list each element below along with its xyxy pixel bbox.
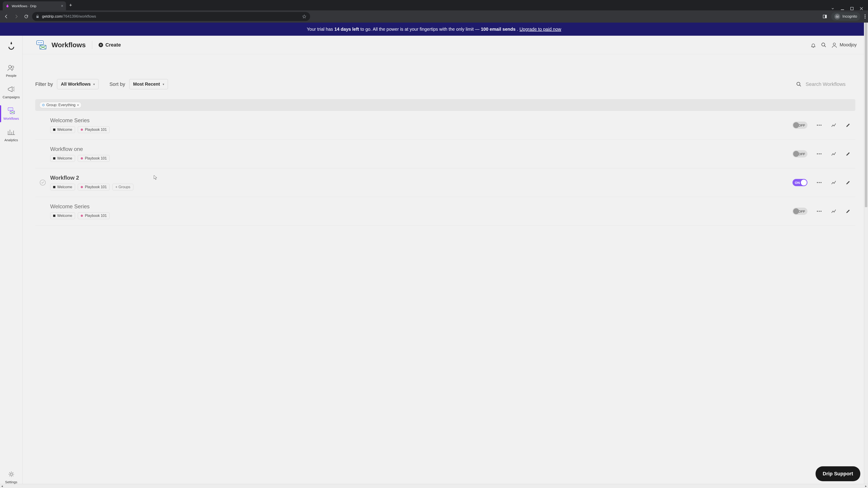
workflow-row[interactable]: Welcome SeriesWelcomePlaybook 101OFF bbox=[35, 197, 855, 226]
incognito-chip[interactable]: Incognito bbox=[831, 12, 860, 21]
workflow-tag[interactable]: Playbook 101 bbox=[78, 126, 110, 133]
workflow-row[interactable]: Workflow 2WelcomePlaybook 101+ GroupsON bbox=[35, 168, 855, 197]
workflow-tag[interactable]: Playbook 101 bbox=[78, 184, 110, 191]
page-title: Workflows bbox=[52, 41, 86, 49]
workflow-tag[interactable]: Welcome bbox=[50, 126, 75, 133]
address-bar[interactable]: getdrip.com/7641396/workflows bbox=[32, 12, 310, 21]
workflow-name[interactable]: Workflow one bbox=[50, 146, 793, 152]
analytics-icon[interactable] bbox=[831, 123, 836, 128]
analytics-icon[interactable] bbox=[831, 209, 836, 214]
more-menu-icon[interactable] bbox=[816, 210, 822, 212]
svg-point-8 bbox=[865, 18, 866, 19]
user-icon bbox=[831, 42, 837, 48]
star-icon[interactable] bbox=[302, 14, 307, 19]
analytics-icon[interactable] bbox=[831, 151, 836, 156]
add-groups-tag[interactable]: + Groups bbox=[112, 184, 133, 191]
kebab-menu-icon[interactable] bbox=[864, 14, 866, 19]
svg-rect-1 bbox=[850, 7, 853, 10]
status-toggle[interactable]: OFF bbox=[793, 150, 807, 158]
workflows-icon bbox=[7, 107, 16, 114]
workflow-tag[interactable]: Welcome bbox=[50, 155, 75, 162]
browser-chrome: Workflows · Drip × + getdrip.com/7641396… bbox=[0, 0, 868, 23]
search-workflows[interactable] bbox=[796, 81, 855, 87]
scroll-left-icon[interactable]: ◄ bbox=[0, 485, 4, 488]
sidebar-item-label: Settings bbox=[5, 480, 17, 484]
horizontal-scrollbar[interactable]: ◄ ► bbox=[0, 484, 868, 488]
status-toggle[interactable]: OFF bbox=[793, 207, 807, 215]
svg-point-7 bbox=[865, 16, 866, 17]
svg-point-29 bbox=[819, 153, 819, 154]
svg-point-33 bbox=[820, 182, 822, 183]
search-input[interactable] bbox=[806, 81, 855, 87]
megaphone-icon bbox=[7, 86, 16, 93]
close-window-icon[interactable] bbox=[860, 7, 863, 10]
sidebar-item-people[interactable]: People bbox=[0, 60, 22, 82]
close-tab-icon[interactable]: × bbox=[61, 4, 63, 8]
edit-icon[interactable] bbox=[845, 123, 851, 127]
search-icon[interactable] bbox=[821, 42, 827, 48]
edit-icon[interactable] bbox=[845, 152, 851, 156]
workflow-row[interactable]: Welcome SeriesWelcomePlaybook 101OFF bbox=[35, 111, 855, 140]
vertical-scrollbar[interactable] bbox=[864, 23, 868, 484]
more-menu-icon[interactable] bbox=[816, 182, 822, 183]
sort-dropdown[interactable]: Most Recent ▾ bbox=[129, 79, 168, 89]
svg-rect-3 bbox=[825, 15, 827, 18]
svg-point-27 bbox=[820, 125, 822, 126]
toolbar-right: Incognito bbox=[823, 12, 866, 21]
workflow-tag[interactable]: Playbook 101 bbox=[78, 155, 110, 162]
svg-point-16 bbox=[10, 473, 12, 475]
group-filter-chip[interactable]: Group: Everything ▾ bbox=[39, 102, 82, 108]
svg-point-19 bbox=[39, 42, 41, 43]
maximize-icon[interactable] bbox=[850, 7, 854, 10]
more-menu-icon[interactable] bbox=[816, 153, 822, 155]
tab-search-icon[interactable] bbox=[831, 7, 835, 10]
svg-point-9 bbox=[8, 65, 11, 68]
svg-rect-0 bbox=[841, 9, 844, 10]
edit-icon[interactable] bbox=[845, 180, 851, 185]
edit-icon[interactable] bbox=[845, 209, 851, 214]
banner-text: to go. All the power is at your fingerti… bbox=[360, 27, 479, 32]
minimize-icon[interactable] bbox=[841, 7, 844, 10]
row-select-checkbox[interactable] bbox=[40, 180, 46, 186]
filter-dropdown[interactable]: All Workflows ▾ bbox=[57, 79, 98, 89]
analytics-icon[interactable] bbox=[831, 180, 836, 185]
tag-swatch-icon bbox=[81, 129, 83, 131]
tag-label: Playbook 101 bbox=[85, 214, 107, 218]
analytics-icon bbox=[7, 129, 16, 136]
workflow-tag[interactable]: Welcome bbox=[50, 213, 75, 219]
svg-point-34 bbox=[817, 211, 818, 212]
new-tab-button[interactable]: + bbox=[69, 2, 72, 8]
sort-value: Most Recent bbox=[133, 82, 160, 87]
people-icon bbox=[7, 64, 16, 71]
side-panel-icon[interactable] bbox=[823, 14, 827, 19]
svg-point-20 bbox=[41, 42, 42, 43]
sidebar-item-workflows[interactable]: Workflows bbox=[0, 103, 22, 125]
workflow-tag[interactable]: Welcome bbox=[50, 184, 75, 191]
workflow-name[interactable]: Workflow 2 bbox=[50, 175, 793, 181]
back-button[interactable] bbox=[2, 12, 10, 21]
browser-tab[interactable]: Workflows · Drip × bbox=[3, 1, 66, 10]
sidebar-item-analytics[interactable]: Analytics bbox=[0, 125, 22, 146]
bell-icon[interactable] bbox=[811, 42, 816, 48]
banner-text: Your trial has bbox=[307, 27, 333, 32]
forward-button[interactable] bbox=[12, 12, 20, 21]
status-toggle[interactable]: OFF bbox=[793, 122, 807, 129]
workflow-row[interactable]: Workflow oneWelcomePlaybook 101OFF bbox=[35, 140, 855, 168]
sidebar-item-campaigns[interactable]: Campaigns bbox=[0, 82, 22, 103]
create-button[interactable]: + Create bbox=[98, 42, 121, 48]
tab-strip: Workflows · Drip × + bbox=[0, 0, 868, 10]
svg-point-13 bbox=[10, 109, 11, 109]
support-button[interactable]: Drip Support bbox=[815, 466, 860, 481]
content: Filter by All Workflows ▾ Sort by Most R… bbox=[23, 54, 868, 488]
workflow-name[interactable]: Welcome Series bbox=[50, 203, 793, 210]
user-menu[interactable]: Moodjoy bbox=[831, 42, 857, 48]
drip-logo-icon[interactable] bbox=[7, 40, 16, 51]
more-menu-icon[interactable] bbox=[816, 125, 822, 126]
status-toggle[interactable]: ON bbox=[793, 179, 807, 186]
reload-button[interactable] bbox=[22, 12, 30, 21]
workflow-name[interactable]: Welcome Series bbox=[50, 117, 793, 124]
workflow-tag[interactable]: Playbook 101 bbox=[78, 213, 110, 219]
upgrade-link[interactable]: Upgrade to paid now bbox=[520, 27, 561, 32]
scroll-right-icon[interactable]: ► bbox=[864, 485, 868, 488]
circle-icon bbox=[42, 104, 44, 106]
